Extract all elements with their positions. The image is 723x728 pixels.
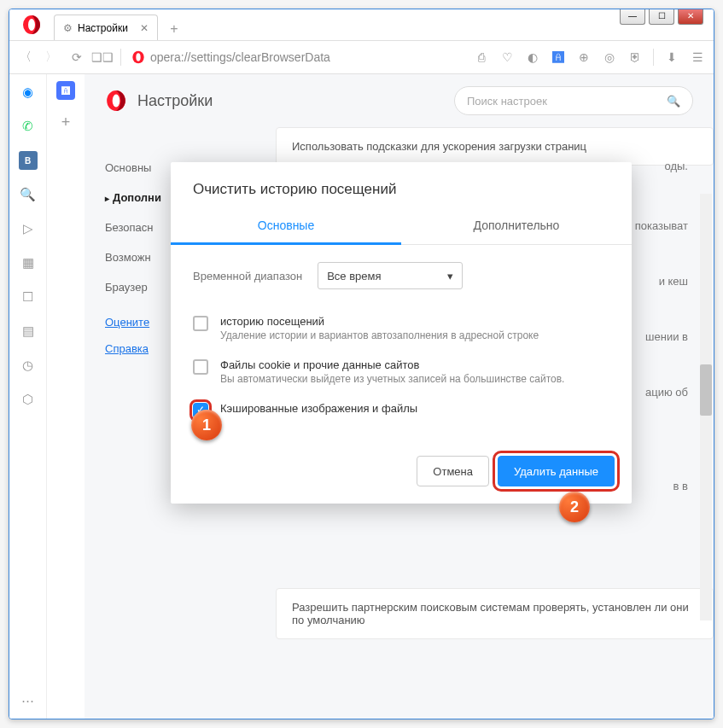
- vk-icon[interactable]: B: [19, 151, 38, 170]
- opera-url-icon: [131, 50, 145, 64]
- checkbox-history[interactable]: [193, 316, 208, 331]
- tab-close-icon[interactable]: ✕: [140, 22, 149, 34]
- translate-icon[interactable]: 🅰: [551, 50, 566, 65]
- forward-button[interactable]: 〉: [44, 50, 59, 65]
- gear-icon: ⚙: [63, 22, 73, 34]
- extensions-icon[interactable]: ⊕: [576, 50, 592, 65]
- option-sub: Удаление истории и вариантов автозаполне…: [220, 329, 539, 341]
- card[interactable]: Использовать подсказки для ускорения заг…: [276, 127, 714, 166]
- settings-search[interactable]: Поиск настроек 🔍: [454, 86, 693, 115]
- add-workspace-button[interactable]: +: [61, 114, 71, 131]
- close-button[interactable]: ✕: [678, 9, 703, 25]
- send-icon[interactable]: ▷: [19, 219, 38, 238]
- cancel-button[interactable]: Отмена: [417, 456, 489, 486]
- search-placeholder: Поиск настроек: [467, 95, 547, 108]
- app-sidebar: ◉ ✆ B 🔍 ▷ ▦ ☐ ▤ ◷ ⬡ ⋯: [9, 74, 47, 719]
- option-title: историю посещений: [220, 315, 539, 328]
- svg-point-5: [113, 94, 120, 107]
- adblock-icon[interactable]: ◎: [602, 50, 617, 65]
- messenger-icon[interactable]: ◉: [19, 83, 38, 102]
- tab-title: Настройки: [78, 22, 128, 34]
- scrollbar[interactable]: [700, 194, 712, 620]
- option-title: Файлы cookie и прочие данные сайтов: [220, 358, 564, 371]
- annotation-badge-2: 2: [559, 492, 590, 522]
- addressbar-actions: ⎙ ♡ ◐ 🅰 ⊕ ◎ ⛨ ⬇ ☰: [474, 49, 705, 66]
- option-history[interactable]: историю посещений Удаление истории и вар…: [193, 306, 609, 350]
- maximize-button[interactable]: ☐: [649, 9, 674, 25]
- opera-logo-icon: [21, 15, 42, 35]
- address-bar: 〈 〉 ⟳ ❑❑ opera://settings/clearBrowserDa…: [9, 40, 714, 74]
- easy-setup-icon[interactable]: ☰: [690, 50, 705, 65]
- search-icon: 🔍: [667, 95, 680, 108]
- extensions-sidebar-icon[interactable]: ⬡: [19, 390, 38, 409]
- clear-data-button[interactable]: Удалить данные: [498, 456, 615, 486]
- news-icon[interactable]: ▤: [19, 322, 38, 341]
- bg-text: ацию об: [645, 386, 688, 399]
- whatsapp-icon[interactable]: ✆: [19, 117, 38, 136]
- snapshot-icon[interactable]: ⎙: [474, 50, 489, 65]
- bg-text: шении в: [645, 330, 688, 343]
- annotation-badge-1: 1: [191, 410, 222, 440]
- dialog-tabs: Основные Дополнительно: [171, 208, 632, 245]
- tab-advanced[interactable]: Дополнительно: [401, 208, 632, 244]
- speed-dial-icon[interactable]: ▦: [19, 253, 38, 272]
- new-tab-button[interactable]: +: [163, 18, 185, 40]
- option-sub: Вы автоматически выйдете из учетных запи…: [220, 373, 564, 385]
- more-icon[interactable]: ⋯: [19, 691, 38, 710]
- option-cache[interactable]: Кэшированные изображения и файлы: [193, 393, 609, 427]
- speed-dial-button[interactable]: ❑❑: [95, 50, 110, 65]
- bookmark-icon[interactable]: ♡: [499, 50, 515, 65]
- dialog-footer: Отмена Удалить данные: [171, 444, 632, 504]
- page-title: Настройки: [137, 92, 213, 110]
- bg-text: оды.: [665, 160, 689, 172]
- browser-tab[interactable]: ⚙ Настройки ✕: [54, 15, 158, 40]
- minimize-button[interactable]: —: [620, 9, 645, 25]
- clear-data-dialog: Очистить историю посещений Основные Допо…: [171, 162, 632, 504]
- dialog-title: Очистить историю посещений: [171, 162, 632, 208]
- option-cookies[interactable]: Файлы cookie и прочие данные сайтов Вы а…: [193, 350, 609, 393]
- url-field[interactable]: opera://settings/clearBrowserData: [131, 50, 330, 64]
- bg-text: в в: [673, 480, 688, 492]
- reload-button[interactable]: ⟳: [69, 50, 85, 65]
- card[interactable]: Разрешить партнерским поисковым системам…: [276, 588, 714, 639]
- tab-bar: ⚙ Настройки ✕ +: [9, 9, 714, 40]
- option-title: Кэшированные изображения и файлы: [220, 402, 417, 415]
- vpn-icon[interactable]: ◐: [525, 50, 540, 65]
- workspace-badge[interactable]: 🅰: [56, 81, 75, 100]
- checkbox-cookies[interactable]: [193, 359, 208, 375]
- downloads-icon[interactable]: ⬇: [664, 50, 679, 65]
- svg-point-1: [28, 19, 35, 31]
- bg-text: и кеш: [659, 275, 688, 288]
- dialog-body: Временной диапазон Все время ▾ историю п…: [171, 245, 632, 444]
- chevron-down-icon: ▾: [447, 270, 453, 282]
- search-app-icon[interactable]: 🔍: [19, 185, 38, 204]
- url-text: opera://settings/clearBrowserData: [150, 50, 330, 64]
- svg-point-3: [136, 53, 140, 61]
- time-range-select[interactable]: Все время ▾: [318, 262, 463, 289]
- history-icon[interactable]: ◷: [19, 356, 38, 375]
- back-button[interactable]: 〈: [18, 50, 33, 65]
- tab-basic[interactable]: Основные: [171, 208, 401, 245]
- scrollbar-thumb[interactable]: [700, 364, 712, 416]
- bookmarks-icon[interactable]: ☐: [19, 288, 38, 306]
- page-header: Настройки Поиск настроек 🔍: [85, 74, 714, 127]
- shield-icon[interactable]: ⛨: [627, 50, 643, 65]
- window-controls: — ☐ ✕: [620, 9, 703, 25]
- opera-page-icon: [105, 90, 127, 112]
- time-range-value: Все время: [327, 270, 381, 282]
- time-range-row: Временной диапазон Все время ▾: [193, 262, 609, 289]
- workspace-column: 🅰 +: [47, 74, 85, 719]
- time-range-label: Временной диапазон: [193, 270, 302, 282]
